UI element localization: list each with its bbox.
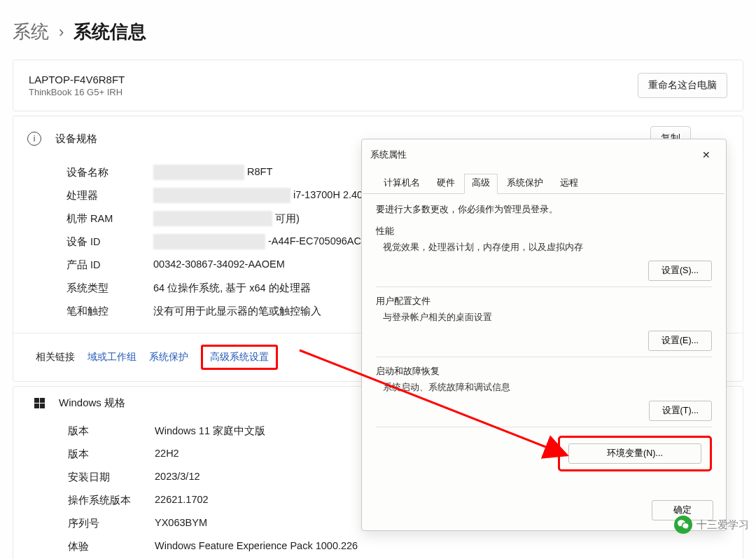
startup-settings-button[interactable]: 设置(T)... bbox=[649, 401, 712, 421]
spec-label: 机带 RAM bbox=[66, 212, 153, 226]
tab-system-protection[interactable]: 系统保护 bbox=[499, 174, 551, 194]
section-startup-desc: 系统启动、系统故障和调试信息 bbox=[376, 382, 712, 394]
spec-label: 处理器 bbox=[66, 189, 153, 202]
spec-value: YX063BYM bbox=[155, 517, 207, 530]
watermark-text: 十三爱学习 bbox=[696, 518, 749, 532]
breadcrumb-current: 系统信息 bbox=[74, 20, 146, 44]
tab-remote[interactable]: 远程 bbox=[552, 174, 586, 194]
section-performance-title: 性能 bbox=[376, 226, 712, 237]
spec-label: 版本 bbox=[68, 425, 155, 438]
tab-hardware[interactable]: 硬件 bbox=[429, 174, 463, 194]
spec-label: 设备 ID bbox=[66, 235, 153, 249]
watermark: 十三爱学习 bbox=[674, 516, 749, 534]
spec-value: Windows 11 家庭中文版 bbox=[155, 425, 265, 438]
section-startup-title: 启动和故障恢复 bbox=[376, 366, 712, 378]
device-info: LAPTOP-F4V6R8FT ThinkBook 16 G5+ IRH bbox=[29, 74, 125, 97]
spec-label: 安装日期 bbox=[68, 471, 155, 484]
spec-row: 体验Windows Feature Experience Pack 1000.2… bbox=[68, 535, 743, 558]
dialog-footer: 确定 bbox=[362, 493, 726, 530]
spec-value: 64 位操作系统, 基于 x64 的处理器 bbox=[153, 282, 311, 295]
tab-advanced[interactable]: 高级 bbox=[464, 174, 498, 194]
userprofile-settings-button[interactable]: 设置(E)... bbox=[648, 331, 712, 351]
spec-value: R8FT bbox=[247, 166, 272, 177]
link-domain-workgroup[interactable]: 域或工作组 bbox=[88, 351, 136, 364]
spec-value: i7-13700H 2.40 bbox=[293, 189, 363, 200]
spec-label: 版本 bbox=[68, 448, 155, 461]
spec-label: 笔和触控 bbox=[66, 305, 153, 318]
spec-value: 22621.1702 bbox=[155, 494, 209, 507]
spec-label: 操作系统版本 bbox=[68, 494, 155, 507]
spec-label: 序列号 bbox=[68, 517, 155, 530]
section-performance-desc: 视觉效果，处理器计划，内存使用，以及虚拟内存 bbox=[376, 242, 712, 254]
info-icon: i bbox=[27, 132, 41, 146]
system-properties-dialog: 系统属性 ✕ 计算机名 硬件 高级 系统保护 远程 要进行大多数更改，你必须作为… bbox=[361, 139, 727, 531]
spec-value: 00342-30867-34092-AAOEM bbox=[153, 258, 285, 272]
chevron-right-icon: › bbox=[59, 23, 64, 41]
spec-label: 体验 bbox=[68, 540, 155, 553]
section-userprofile-title: 用户配置文件 bbox=[376, 296, 712, 308]
divider bbox=[376, 287, 712, 287]
spec-value: 22H2 bbox=[155, 448, 179, 461]
spec-label: 系统类型 bbox=[66, 282, 153, 295]
breadcrumb: 系统 › 系统信息 bbox=[0, 0, 756, 60]
device-name: LAPTOP-F4V6R8FT bbox=[29, 74, 125, 85]
env-variables-button[interactable]: 环境变量(N)... bbox=[568, 443, 701, 464]
performance-settings-button[interactable]: 设置(S)... bbox=[648, 261, 712, 281]
divider bbox=[376, 357, 712, 357]
dialog-titlebar: 系统属性 ✕ bbox=[362, 139, 726, 169]
breadcrumb-parent[interactable]: 系统 bbox=[13, 20, 49, 44]
wechat-icon bbox=[674, 516, 692, 534]
windows-icon bbox=[34, 398, 45, 408]
spec-value: 2023/3/12 bbox=[155, 471, 200, 484]
dialog-tabs: 计算机名 硬件 高级 系统保护 远程 bbox=[363, 169, 724, 194]
link-advanced-system-settings[interactable]: 高级系统设置 bbox=[201, 345, 278, 370]
spec-label: 设备名称 bbox=[66, 166, 153, 179]
tab-computer-name[interactable]: 计算机名 bbox=[376, 174, 428, 194]
spec-value: Windows Feature Experience Pack 1000.226 bbox=[155, 540, 358, 553]
divider bbox=[376, 427, 712, 427]
dialog-title: 系统属性 bbox=[370, 149, 407, 161]
link-system-protection[interactable]: 系统保护 bbox=[149, 351, 188, 364]
related-label: 相关链接 bbox=[36, 351, 75, 364]
rename-pc-button[interactable]: 重命名这台电脑 bbox=[638, 73, 727, 98]
spec-value: 没有可用于此显示器的笔或触控输入 bbox=[153, 305, 321, 318]
spec-label: 产品 ID bbox=[66, 258, 153, 272]
spec-value: -A44F-EC705096ACCD bbox=[268, 235, 376, 247]
dialog-body: 要进行大多数更改，你必须作为管理员登录。 性能 视觉效果，处理器计划，内存使用，… bbox=[362, 194, 726, 493]
section-userprofile-desc: 与登录帐户相关的桌面设置 bbox=[376, 312, 712, 324]
admin-note: 要进行大多数更改，你必须作为管理员登录。 bbox=[376, 204, 712, 216]
device-card: LAPTOP-F4V6R8FT ThinkBook 16 G5+ IRH 重命名… bbox=[13, 60, 743, 111]
spec-value: 可用) bbox=[275, 213, 300, 224]
device-model: ThinkBook 16 G5+ IRH bbox=[29, 87, 125, 97]
close-icon[interactable]: ✕ bbox=[692, 145, 720, 165]
env-variables-highlight: 环境变量(N)... bbox=[558, 436, 712, 471]
